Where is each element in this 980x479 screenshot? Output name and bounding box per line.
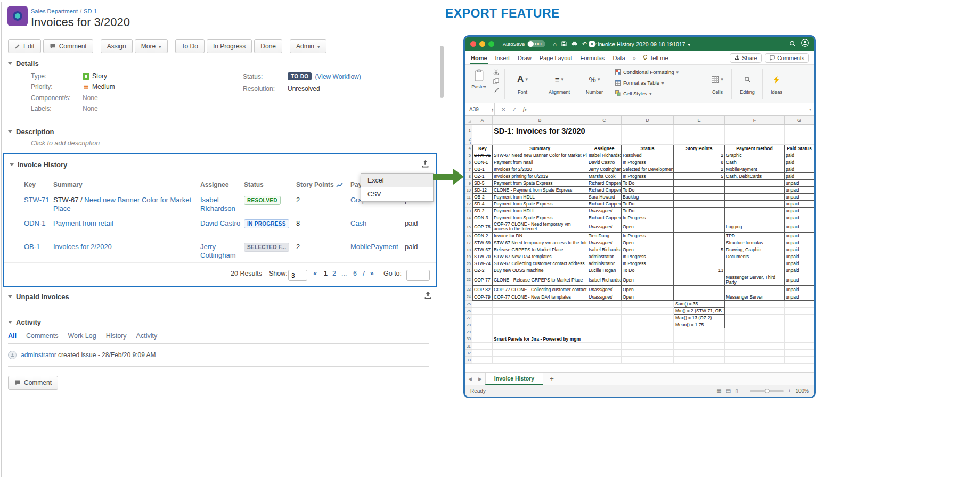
tab-comments[interactable]: Comments bbox=[26, 332, 58, 340]
cell-A24[interactable]: COP-79 bbox=[472, 293, 493, 301]
cell-D24[interactable]: Open bbox=[622, 293, 674, 301]
cell-G31[interactable] bbox=[785, 343, 814, 350]
cell-F25[interactable] bbox=[725, 301, 785, 308]
cell-G14[interactable]: unpaid bbox=[785, 214, 814, 221]
cell-D19[interactable]: In Progress bbox=[622, 253, 674, 260]
column-header-D[interactable]: D bbox=[622, 116, 674, 124]
cell-F33[interactable] bbox=[725, 357, 785, 364]
tab-insert[interactable]: Insert bbox=[495, 52, 511, 64]
cell-F2[interactable] bbox=[725, 137, 785, 141]
cell-C1[interactable] bbox=[587, 125, 622, 137]
cell-G28[interactable] bbox=[785, 321, 814, 328]
cell-D4[interactable]: Status bbox=[622, 145, 674, 152]
cell-D9[interactable]: To Do bbox=[622, 180, 674, 187]
cell-C29[interactable] bbox=[587, 328, 622, 335]
tab-data[interactable]: Data bbox=[612, 52, 625, 64]
cell-A25[interactable] bbox=[472, 301, 493, 308]
cell-C4[interactable]: Assignee bbox=[587, 145, 622, 152]
cell-C27[interactable] bbox=[587, 315, 622, 321]
row-header-13[interactable]: 13 bbox=[465, 208, 472, 214]
cell-G22[interactable]: unpaid bbox=[785, 274, 814, 286]
cell-F31[interactable] bbox=[725, 343, 785, 350]
cell-B11[interactable]: Payment from HDLL bbox=[493, 194, 587, 201]
cell-F29[interactable] bbox=[725, 328, 785, 335]
cell-D10[interactable]: To Do bbox=[622, 187, 674, 194]
row-header-6[interactable]: 6 bbox=[465, 159, 472, 166]
cell-F7[interactable]: MobilePayment bbox=[725, 166, 785, 173]
cell-A28[interactable] bbox=[472, 321, 493, 328]
cell-G24[interactable]: unpaid bbox=[785, 293, 814, 301]
cell-D1[interactable] bbox=[622, 125, 674, 137]
cell-E27[interactable]: Max() = 13 (OZ-2) bbox=[674, 315, 725, 321]
next-sheet-icon[interactable]: ▶ bbox=[475, 376, 485, 382]
cell-G10[interactable]: unpaid bbox=[785, 187, 814, 194]
ideas-button[interactable]: Ideas bbox=[765, 70, 788, 95]
zoom-out-button[interactable]: − bbox=[742, 388, 746, 394]
print-icon[interactable] bbox=[571, 41, 577, 47]
assignee-link[interactable]: Jerry Cottingham bbox=[200, 243, 242, 259]
row-header-19[interactable]: 19 bbox=[465, 253, 472, 260]
description-heading[interactable]: Description bbox=[8, 128, 54, 136]
cell-E32[interactable] bbox=[674, 350, 725, 357]
cell-E1[interactable] bbox=[674, 125, 725, 137]
cell-E11[interactable] bbox=[674, 194, 725, 201]
cell-A13[interactable]: SD-2 bbox=[472, 208, 493, 214]
col-header-key[interactable]: Key bbox=[24, 181, 36, 188]
cell-F16[interactable]: TPD bbox=[725, 233, 785, 240]
cell-C23[interactable]: Unassigned bbox=[587, 286, 622, 293]
save-icon[interactable] bbox=[561, 41, 567, 47]
cell-D11[interactable]: Backlog bbox=[622, 194, 674, 201]
name-box-spinner[interactable]: ▴▾ bbox=[492, 108, 493, 112]
cell-A6[interactable]: ODN-1 bbox=[472, 159, 493, 166]
cell-C26[interactable] bbox=[587, 308, 622, 315]
view-workflow-link[interactable]: (View Workflow) bbox=[315, 73, 361, 80]
cell-C7[interactable]: Jerry Cottingham bbox=[587, 166, 622, 173]
cell-A27[interactable] bbox=[472, 315, 493, 321]
breadcrumb-project-link[interactable]: Sales Department bbox=[31, 8, 78, 14]
number-group-button[interactable]: Number bbox=[581, 70, 608, 95]
cell-G4[interactable]: Paid Status bbox=[785, 145, 814, 152]
zoom-level[interactable]: 100% bbox=[795, 388, 809, 394]
goto-page-input[interactable] bbox=[406, 270, 430, 281]
row-header-32[interactable]: 32 bbox=[465, 350, 472, 357]
prev-page-button[interactable]: « bbox=[313, 270, 317, 277]
cell-F5[interactable]: Graphic bbox=[725, 152, 785, 159]
row-header-22[interactable]: 22 bbox=[465, 274, 472, 286]
prev-sheet-icon[interactable]: ◀ bbox=[465, 376, 475, 382]
cell-C31[interactable] bbox=[587, 343, 622, 350]
cell-D3[interactable] bbox=[622, 141, 674, 145]
cell-A2[interactable] bbox=[472, 137, 493, 141]
cell-E21[interactable]: 13 bbox=[674, 267, 725, 274]
cell-G32[interactable] bbox=[785, 350, 814, 357]
summary-link[interactable]: Payment from retail bbox=[53, 219, 113, 227]
col-header-assignee[interactable]: Assignee bbox=[200, 181, 228, 188]
cell-B13[interactable]: Payment from HDLL bbox=[493, 208, 587, 214]
assignee-link[interactable]: Isabel Richardson bbox=[200, 196, 242, 212]
cell-A32[interactable] bbox=[472, 350, 493, 357]
cell-G7[interactable]: paid bbox=[785, 166, 814, 173]
cell-E2[interactable] bbox=[674, 137, 725, 141]
cell-D29[interactable] bbox=[622, 328, 674, 335]
cell-D25[interactable] bbox=[622, 301, 674, 308]
conditional-formatting-button[interactable]: Conditional Formatting bbox=[615, 69, 679, 75]
tell-me-button[interactable]: Tell me bbox=[643, 55, 668, 61]
cell-D16[interactable]: In Progress bbox=[622, 233, 674, 240]
cell-F20[interactable] bbox=[725, 260, 785, 267]
sheet-tab-invoice-history[interactable]: Invoice History bbox=[485, 373, 543, 385]
cell-C8[interactable]: Marsha Cook bbox=[587, 173, 622, 180]
cell-G19[interactable]: unpaid bbox=[785, 253, 814, 260]
cell-B16[interactable]: Invoice for DN bbox=[493, 233, 587, 240]
cell-A9[interactable]: SD-5 bbox=[472, 180, 493, 187]
cell-F8[interactable]: Cash, DebitCards bbox=[725, 173, 785, 180]
row-header-16[interactable]: 16 bbox=[465, 233, 472, 240]
cell-B19[interactable]: STW-67 New DA4 templates bbox=[493, 253, 587, 260]
cell-A10[interactable]: SD-12 bbox=[472, 187, 493, 194]
format-as-table-button[interactable]: Format as Table bbox=[615, 80, 664, 86]
unpaid-invoices-heading[interactable]: Unpaid Invoices bbox=[8, 293, 69, 301]
row-header-11[interactable]: 11 bbox=[465, 194, 472, 201]
cell-B17[interactable]: STW-67 Need temporary vm access to the I… bbox=[493, 240, 587, 246]
cell-G27[interactable] bbox=[785, 315, 814, 321]
name-box[interactable]: A39▴▾ bbox=[465, 103, 495, 115]
col-header-status[interactable]: Status bbox=[244, 181, 264, 188]
cell-G11[interactable]: unpaid bbox=[785, 194, 814, 201]
